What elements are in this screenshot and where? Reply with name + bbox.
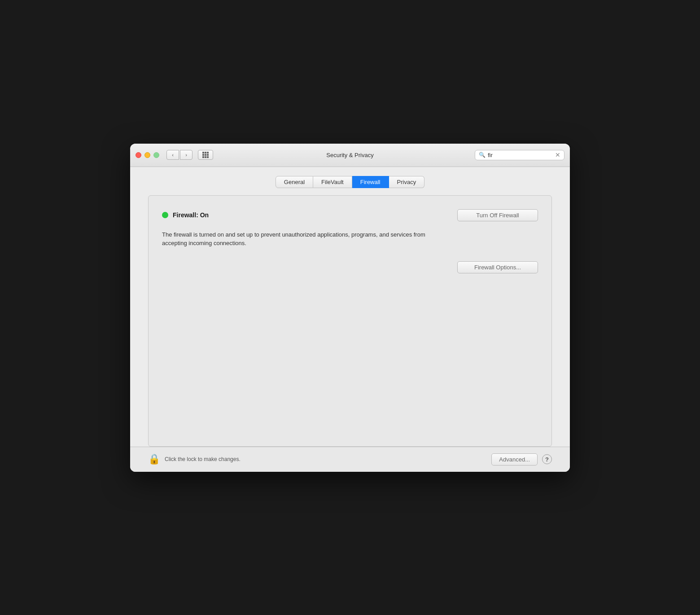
traffic-lights [136, 152, 159, 158]
firewall-panel: Firewall: On Turn Off Firewall The firew… [148, 195, 552, 447]
tabs: General FileVault Firewall Privacy [148, 176, 552, 188]
main-content: General FileVault Firewall Privacy Firew… [130, 167, 570, 447]
firewall-description: The firewall is turned on and set up to … [162, 230, 449, 248]
firewall-options-button[interactable]: Firewall Options... [457, 261, 538, 273]
turn-off-firewall-button[interactable]: Turn Off Firewall [457, 209, 538, 221]
firewall-options-wrap: Firewall Options... [162, 261, 538, 273]
search-input[interactable] [488, 152, 553, 158]
tab-general[interactable]: General [276, 176, 313, 188]
tab-firewall[interactable]: Firewall [352, 176, 389, 188]
help-button[interactable]: ? [542, 454, 552, 464]
search-clear-button[interactable]: ✕ [555, 152, 560, 158]
window-title: Security & Privacy [326, 152, 373, 158]
back-button[interactable]: ‹ [166, 150, 179, 160]
firewall-header: Firewall: On Turn Off Firewall [162, 209, 538, 221]
minimize-button[interactable] [144, 152, 150, 158]
titlebar: ‹ › Security & Privacy 🔍 ✕ [130, 144, 570, 167]
forward-button[interactable]: › [180, 150, 192, 160]
tab-privacy[interactable]: Privacy [389, 176, 425, 188]
search-icon: 🔍 [479, 152, 486, 158]
grid-icon [202, 152, 209, 158]
status-indicator [162, 212, 168, 218]
nav-buttons: ‹ › [166, 150, 192, 160]
firewall-status-label: Firewall: On [173, 211, 209, 219]
firewall-status: Firewall: On [162, 211, 209, 219]
lock-label: Click the lock to make changes. [165, 456, 487, 462]
bottom-bar: 🔒 Click the lock to make changes. Advanc… [130, 447, 570, 472]
lock-icon[interactable]: 🔒 [148, 454, 160, 464]
grid-view-button[interactable] [198, 150, 213, 160]
tab-filevault[interactable]: FileVault [313, 176, 352, 188]
advanced-button[interactable]: Advanced... [491, 453, 538, 466]
maximize-button[interactable] [153, 152, 159, 158]
search-bar[interactable]: 🔍 ✕ [475, 150, 564, 160]
window: ‹ › Security & Privacy 🔍 ✕ General FileV… [130, 144, 570, 472]
close-button[interactable] [136, 152, 141, 158]
